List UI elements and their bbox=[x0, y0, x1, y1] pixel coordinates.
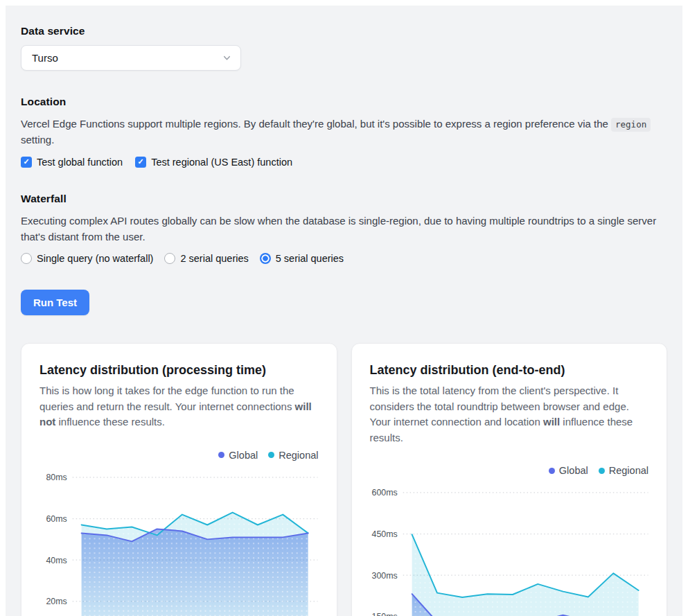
main-panel: Data service Turso Location Vercel Edge … bbox=[6, 6, 682, 616]
legend-item-regional: Regional bbox=[599, 465, 649, 476]
location-description-suffix: setting. bbox=[21, 134, 54, 146]
data-service-heading: Data service bbox=[21, 25, 667, 37]
checkbox-test-regional-function[interactable]: Test regional (US East) function bbox=[135, 157, 292, 168]
legend-label: Regional bbox=[609, 465, 649, 476]
svg-text:20ms: 20ms bbox=[46, 597, 67, 606]
waterfall-radio-row: Single query (no waterfall) 2 serial que… bbox=[21, 253, 667, 264]
waterfall-description: Executing complex API routes globally ca… bbox=[21, 213, 667, 245]
run-test-button[interactable]: Run Test bbox=[21, 290, 89, 315]
svg-text:60ms: 60ms bbox=[46, 514, 67, 524]
radio-single-query[interactable]: Single query (no waterfall) bbox=[21, 253, 153, 264]
svg-text:600ms: 600ms bbox=[371, 488, 397, 498]
chevron-down-icon bbox=[222, 53, 231, 62]
legend-item-global: Global bbox=[218, 450, 258, 461]
checkbox-label: Test regional (US East) function bbox=[151, 157, 292, 168]
legend-label: Global bbox=[559, 465, 588, 476]
radio-5-serial-queries[interactable]: 5 serial queries bbox=[260, 253, 344, 264]
charts-section: Latency distribution (processing time) T… bbox=[21, 343, 667, 616]
end-to-end-card: Latency distribution (end-to-end) This i… bbox=[351, 343, 668, 616]
regional-series-dot-icon bbox=[599, 468, 605, 474]
waterfall-heading: Waterfall bbox=[21, 193, 667, 205]
global-series-dot-icon bbox=[549, 468, 555, 474]
chart-description: This is how long it takes for the edge f… bbox=[39, 383, 319, 430]
end-to-end-chart: 0ms150ms300ms450ms600ms#1#2#3#4#5#6#7#8#… bbox=[370, 484, 649, 616]
svg-text:300ms: 300ms bbox=[371, 571, 397, 581]
radio-2-serial-queries[interactable]: 2 serial queries bbox=[164, 253, 248, 264]
chart-description-suffix: influence these results. bbox=[55, 416, 165, 428]
radio-label: 2 serial queries bbox=[180, 253, 248, 264]
radio-label: 5 serial queries bbox=[276, 253, 344, 264]
data-service-select[interactable]: Turso bbox=[21, 45, 241, 71]
chart-title: Latency distribution (processing time) bbox=[39, 363, 319, 378]
chart-legend: Global Regional bbox=[39, 450, 319, 461]
chart-description: This is the total latency from the clien… bbox=[370, 383, 649, 446]
chart-legend: Global Regional bbox=[370, 465, 649, 476]
checkbox-test-global-function[interactable]: Test global function bbox=[21, 157, 123, 168]
location-heading: Location bbox=[21, 96, 667, 108]
legend-label: Global bbox=[229, 450, 258, 461]
processing-time-chart: 0ms20ms40ms60ms80ms#1#2#3#4#5#6#7#8#9#10 bbox=[39, 469, 319, 616]
legend-item-regional: Regional bbox=[268, 450, 318, 461]
svg-text:150ms: 150ms bbox=[371, 612, 397, 616]
svg-text:40ms: 40ms bbox=[46, 555, 67, 565]
location-description: Vercel Edge Functions support multiple r… bbox=[21, 116, 667, 148]
chart-description-text: This is how long it takes for the edge f… bbox=[39, 385, 295, 412]
svg-text:80ms: 80ms bbox=[46, 473, 67, 482]
data-service-selected-value: Turso bbox=[32, 52, 58, 64]
processing-time-card: Latency distribution (processing time) T… bbox=[21, 343, 337, 616]
regional-series-dot-icon bbox=[268, 452, 274, 458]
svg-text:450ms: 450ms bbox=[371, 529, 397, 539]
chart-description-bold: will bbox=[543, 416, 560, 428]
legend-item-global: Global bbox=[549, 465, 588, 476]
radio-label: Single query (no waterfall) bbox=[37, 253, 153, 264]
location-description-text: Vercel Edge Functions support multiple r… bbox=[21, 118, 611, 130]
location-checkbox-row: Test global function Test regional (US E… bbox=[21, 157, 667, 168]
legend-label: Regional bbox=[279, 450, 318, 461]
checkbox-label: Test global function bbox=[37, 157, 123, 168]
radio-selected-icon bbox=[260, 253, 271, 264]
region-code-chip: region bbox=[611, 118, 651, 132]
radio-unselected-icon bbox=[164, 253, 175, 264]
global-series-dot-icon bbox=[218, 452, 224, 458]
checkbox-checked-icon bbox=[135, 157, 146, 168]
chart-title: Latency distribution (end-to-end) bbox=[370, 363, 649, 378]
radio-unselected-icon bbox=[21, 253, 32, 264]
checkbox-checked-icon bbox=[21, 157, 32, 168]
